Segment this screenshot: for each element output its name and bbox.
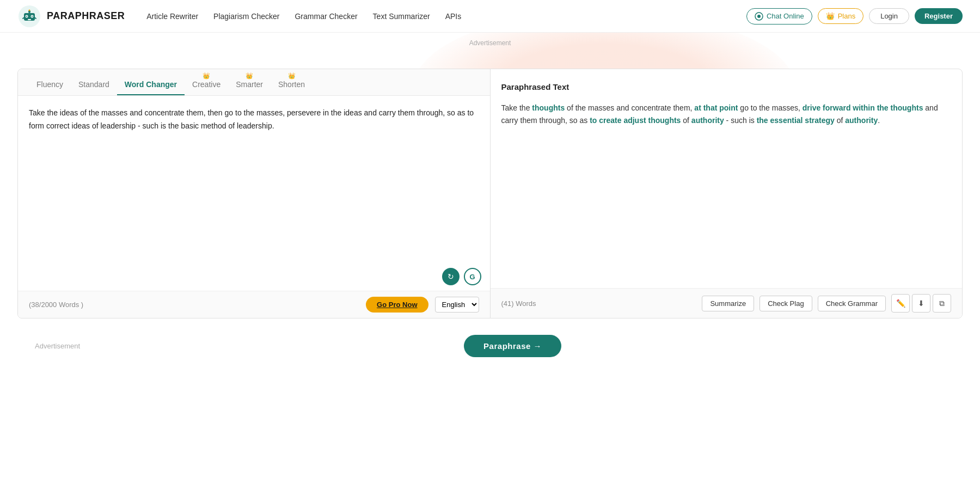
highlight-authority-2: authority bbox=[845, 116, 878, 125]
output-icon-buttons: ✏️ ⬇ ⧉ bbox=[891, 294, 951, 313]
highlight-drive-forward: drive forward within the thoughts bbox=[803, 103, 923, 112]
output-word-count: (41) Words bbox=[501, 299, 697, 308]
check-plag-button[interactable]: Check Plag bbox=[759, 296, 812, 311]
nav-links: Article Rewriter Plagiarism Checker Gram… bbox=[146, 12, 746, 21]
nav-article-rewriter[interactable]: Article Rewriter bbox=[146, 12, 198, 21]
chat-icon bbox=[755, 12, 763, 21]
paraphrased-text-area: Paraphrased Text Take the thoughts of th… bbox=[491, 69, 963, 288]
nav-text-summarizer[interactable]: Text Summarizer bbox=[373, 12, 430, 21]
register-button[interactable]: Register bbox=[915, 8, 963, 24]
crown-icon-creative: 👑 bbox=[203, 72, 210, 79]
refresh-icon[interactable]: ↻ bbox=[442, 268, 460, 285]
plans-button[interactable]: 👑 Plans bbox=[818, 8, 864, 24]
page-wrapper: Advertisement Fluency Standard Word Chan… bbox=[0, 33, 980, 368]
nav-actions: Chat Online 👑 Plans Login Register bbox=[746, 8, 963, 24]
svg-point-5 bbox=[32, 16, 33, 17]
login-button[interactable]: Login bbox=[869, 8, 909, 24]
input-word-count: (38/2000 Words ) bbox=[29, 301, 359, 309]
input-textarea[interactable] bbox=[29, 107, 479, 259]
svg-rect-6 bbox=[28, 19, 31, 20]
chat-online-button[interactable]: Chat Online bbox=[746, 8, 812, 24]
highlight-essential-strategy: the essential strategy bbox=[757, 116, 835, 125]
bottom-bar: Advertisement Paraphrase → bbox=[17, 324, 963, 368]
brand-logo-icon bbox=[17, 4, 41, 28]
nav-grammar-checker[interactable]: Grammar Checker bbox=[295, 12, 357, 21]
editor-icon-row: ↻ G bbox=[18, 268, 490, 291]
highlight-authority-1: authority bbox=[691, 116, 724, 125]
tab-word-changer[interactable]: Word Changer bbox=[117, 72, 185, 95]
crown-icon-smarter: 👑 bbox=[246, 72, 253, 79]
tab-shorten[interactable]: 👑 Shorten bbox=[271, 69, 313, 95]
svg-point-8 bbox=[29, 9, 30, 11]
mode-tabs: Fluency Standard Word Changer 👑 Creative… bbox=[18, 69, 490, 96]
tab-fluency[interactable]: Fluency bbox=[29, 72, 71, 95]
output-text-content: Take the thoughts of the masses and conc… bbox=[501, 102, 952, 128]
highlight-thoughts: thoughts bbox=[532, 103, 565, 112]
nav-apis[interactable]: APIs bbox=[445, 12, 462, 21]
navbar: PARAPHRASER Article Rewriter Plagiarism … bbox=[0, 0, 980, 33]
crown-icon-shorten: 👑 bbox=[288, 72, 296, 79]
ad-bottom-label: Advertisement bbox=[35, 342, 80, 350]
output-panel-footer: (41) Words Summarize Check Plag Check Gr… bbox=[491, 288, 963, 318]
go-pro-button[interactable]: Go Pro Now bbox=[366, 297, 428, 313]
svg-point-4 bbox=[26, 16, 27, 17]
brand-name: PARAPHRASER bbox=[47, 10, 125, 22]
brand-logo-link[interactable]: PARAPHRASER bbox=[17, 4, 125, 28]
tab-standard[interactable]: Standard bbox=[71, 72, 117, 95]
edit-output-button[interactable]: ✏️ bbox=[891, 294, 910, 313]
copy-output-button[interactable]: ⧉ bbox=[933, 294, 951, 313]
tab-smarter[interactable]: 👑 Smarter bbox=[228, 69, 271, 95]
check-grammar-button[interactable]: Check Grammar bbox=[818, 296, 886, 311]
main-tool-container: Fluency Standard Word Changer 👑 Creative… bbox=[17, 69, 963, 318]
grammarly-icon[interactable]: G bbox=[464, 268, 481, 285]
svg-point-12 bbox=[757, 15, 761, 18]
highlight-at-that-point: at that point bbox=[694, 103, 738, 112]
language-select[interactable]: English bbox=[435, 297, 479, 313]
download-output-button[interactable]: ⬇ bbox=[912, 294, 930, 313]
input-panel-footer: (38/2000 Words ) Go Pro Now English bbox=[18, 291, 490, 318]
summarize-button[interactable]: Summarize bbox=[702, 296, 754, 311]
tab-creative[interactable]: 👑 Creative bbox=[185, 69, 228, 95]
paraphrase-button[interactable]: Paraphrase → bbox=[464, 335, 561, 357]
crown-icon: 👑 bbox=[826, 12, 835, 20]
input-text-area bbox=[18, 96, 490, 268]
output-panel: Paraphrased Text Take the thoughts of th… bbox=[491, 69, 963, 318]
output-panel-title: Paraphrased Text bbox=[501, 80, 952, 94]
ad-top-label: Advertisement bbox=[17, 33, 963, 51]
nav-plagiarism-checker[interactable]: Plagiarism Checker bbox=[213, 12, 279, 21]
highlight-to-create: to create adjust thoughts bbox=[590, 116, 681, 125]
input-panel: Fluency Standard Word Changer 👑 Creative… bbox=[18, 69, 491, 318]
